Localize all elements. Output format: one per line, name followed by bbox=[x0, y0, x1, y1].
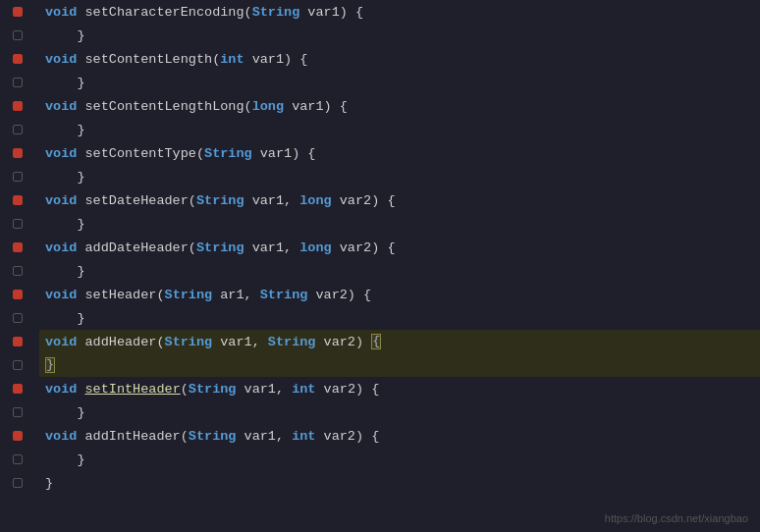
breakpoint-active[interactable] bbox=[13, 431, 23, 441]
plain-token: var2) { bbox=[332, 193, 396, 208]
brace-open-token: { bbox=[371, 334, 381, 349]
breakpoint-inactive[interactable] bbox=[13, 313, 23, 323]
gutter-line-9[interactable] bbox=[0, 188, 35, 212]
plain-token: addDateHeader( bbox=[77, 240, 196, 255]
plain-token: setContentType( bbox=[77, 146, 204, 161]
breakpoint-inactive[interactable] bbox=[13, 407, 23, 417]
watermark: https://blog.csdn.net/xiangbao bbox=[605, 512, 748, 524]
plain-token: var2) { bbox=[315, 429, 379, 444]
code-line-20: } bbox=[39, 448, 760, 471]
plain-token: setHeader( bbox=[77, 288, 164, 302]
plain-token: var1, bbox=[212, 335, 268, 349]
gutter-line-2[interactable] bbox=[0, 24, 35, 47]
param-type-token: int bbox=[292, 429, 315, 444]
gutter-line-14[interactable] bbox=[0, 306, 35, 330]
gutter-line-11[interactable] bbox=[0, 236, 35, 259]
breakpoint-active[interactable] bbox=[13, 148, 23, 158]
code-line-2: } bbox=[39, 24, 760, 47]
plain-token: ar1, bbox=[212, 288, 260, 302]
fn-link-token[interactable]: setIntHeader bbox=[85, 382, 181, 397]
plain-token: } bbox=[45, 123, 85, 137]
gutter-line-5[interactable] bbox=[0, 94, 35, 118]
code-line-9: void setDateHeader(String var1, long var… bbox=[39, 188, 760, 212]
plain-token bbox=[77, 382, 84, 397]
breakpoint-inactive[interactable] bbox=[13, 30, 23, 40]
plain-token: var1) { bbox=[284, 99, 348, 114]
breakpoint-active[interactable] bbox=[13, 290, 23, 299]
gutter-line-19[interactable] bbox=[0, 424, 35, 448]
param-type-token: long bbox=[299, 240, 331, 255]
code-line-13: void setHeader(String ar1, String var2) … bbox=[39, 283, 760, 306]
kw-token: void bbox=[45, 288, 77, 302]
gutter-line-10[interactable] bbox=[0, 212, 35, 236]
plain-token: setContentLength( bbox=[77, 52, 220, 67]
plain-token: setDateHeader( bbox=[77, 193, 196, 208]
plain-token: } bbox=[45, 405, 85, 420]
kw-token: void bbox=[45, 335, 77, 349]
gutter-line-3[interactable] bbox=[0, 47, 35, 71]
gutter-line-15[interactable] bbox=[0, 330, 35, 353]
gutter-line-12[interactable] bbox=[0, 259, 35, 283]
code-line-12: } bbox=[39, 259, 760, 283]
breakpoint-active[interactable] bbox=[13, 101, 23, 111]
line-gutter bbox=[0, 0, 35, 532]
code-line-21: } bbox=[39, 471, 760, 495]
gutter-line-6[interactable] bbox=[0, 118, 35, 141]
param-type-token: String bbox=[165, 288, 213, 302]
plain-token: var1, bbox=[244, 193, 300, 208]
gutter-line-16[interactable] bbox=[0, 353, 35, 377]
gutter-line-4[interactable] bbox=[0, 71, 35, 94]
plain-token: setContentLengthLong( bbox=[77, 99, 251, 114]
code-line-14: } bbox=[39, 306, 760, 330]
breakpoint-inactive[interactable] bbox=[13, 478, 23, 488]
plain-token: } bbox=[45, 76, 85, 90]
breakpoint-inactive[interactable] bbox=[13, 219, 23, 229]
breakpoint-inactive[interactable] bbox=[13, 78, 23, 87]
breakpoint-active[interactable] bbox=[13, 242, 23, 252]
code-line-1: void setCharacterEncoding(String var1) { bbox=[39, 0, 760, 24]
param-type-token: String bbox=[252, 5, 300, 20]
code-line-10: } bbox=[39, 212, 760, 236]
param-type-token: String bbox=[260, 288, 308, 302]
code-line-6: } bbox=[39, 118, 760, 141]
breakpoint-active[interactable] bbox=[13, 337, 23, 346]
code-line-7: void setContentType(String var1) { bbox=[39, 141, 760, 165]
gutter-line-20[interactable] bbox=[0, 448, 35, 471]
plain-token: setCharacterEncoding( bbox=[77, 5, 251, 20]
param-type-token: long bbox=[299, 193, 331, 208]
plain-token: var2) { bbox=[307, 288, 371, 302]
param-type-token: int bbox=[292, 382, 315, 397]
breakpoint-active[interactable] bbox=[13, 54, 23, 64]
gutter-line-17[interactable] bbox=[0, 377, 35, 400]
breakpoint-inactive[interactable] bbox=[13, 172, 23, 182]
kw-token: void bbox=[45, 5, 77, 20]
plain-token: var1, bbox=[236, 429, 292, 444]
code-line-8: } bbox=[39, 165, 760, 188]
plain-token: var2) { bbox=[332, 240, 396, 255]
param-type-token: String bbox=[204, 146, 252, 161]
breakpoint-active[interactable] bbox=[13, 384, 23, 394]
kw-token: void bbox=[45, 193, 77, 208]
plain-token: var2) { bbox=[315, 382, 379, 397]
gutter-line-1[interactable] bbox=[0, 0, 35, 24]
plain-token: } bbox=[45, 311, 85, 326]
breakpoint-active[interactable] bbox=[13, 7, 23, 17]
gutter-line-8[interactable] bbox=[0, 165, 35, 188]
breakpoint-active[interactable] bbox=[13, 195, 23, 205]
breakpoint-inactive[interactable] bbox=[13, 266, 23, 276]
plain-token: } bbox=[45, 264, 85, 279]
plain-token: } bbox=[45, 476, 53, 491]
breakpoint-inactive[interactable] bbox=[13, 125, 23, 134]
kw-token: void bbox=[45, 146, 77, 161]
gutter-line-7[interactable] bbox=[0, 141, 35, 165]
param-type-token: String bbox=[268, 335, 316, 349]
gutter-line-18[interactable] bbox=[0, 400, 35, 424]
gutter-line-13[interactable] bbox=[0, 283, 35, 306]
code-line-4: } bbox=[39, 71, 760, 94]
kw-token: void bbox=[45, 429, 77, 444]
breakpoint-inactive[interactable] bbox=[13, 454, 23, 464]
breakpoint-inactive[interactable] bbox=[13, 360, 23, 370]
plain-token: var1, bbox=[236, 382, 292, 397]
gutter-line-21[interactable] bbox=[0, 471, 35, 495]
code-content[interactable]: void setCharacterEncoding(String var1) {… bbox=[35, 0, 760, 532]
